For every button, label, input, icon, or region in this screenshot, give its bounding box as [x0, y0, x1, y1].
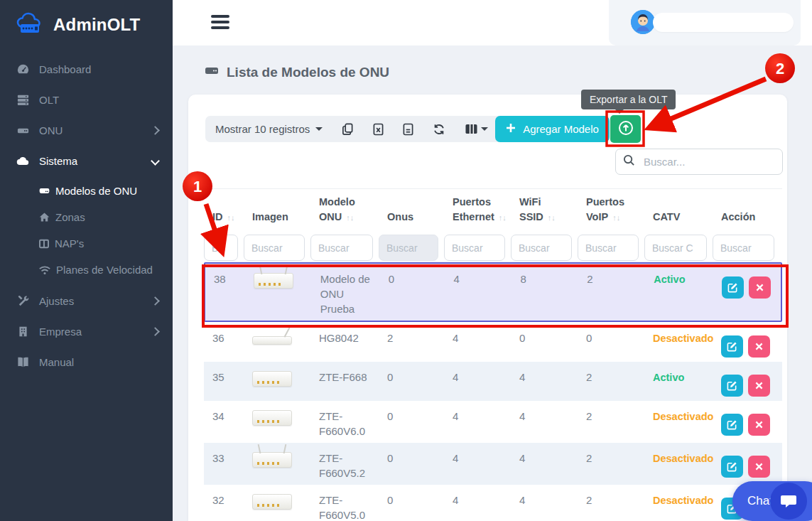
- add-model-button[interactable]: Agregar Modelo: [495, 116, 610, 142]
- chevron-right-icon: [151, 327, 160, 336]
- filter-input-puertos-voip[interactable]: [578, 235, 639, 261]
- export-to-olt-button[interactable]: [610, 115, 641, 143]
- delete-button[interactable]: [748, 456, 770, 478]
- table-row[interactable]: 34 ZTE-F660V6.0 0 4 4 2 Desactivado: [204, 401, 782, 443]
- sort-icon[interactable]: ↑↓: [346, 213, 354, 222]
- sidebar-item-onu[interactable]: ONU: [0, 115, 173, 146]
- sidebar-item-ajustes[interactable]: Ajustes: [0, 286, 173, 316]
- cell-imagen: [244, 323, 310, 349]
- cell-wifi: 4: [511, 401, 578, 428]
- filter-input-onus[interactable]: [379, 235, 438, 261]
- file-icon[interactable]: [403, 123, 413, 136]
- sidebar-item-modelos-de-onu[interactable]: Modelos de ONU: [0, 178, 173, 204]
- sidebar-item-label: Empresa: [39, 326, 82, 338]
- filter-input-accion[interactable]: [713, 235, 774, 261]
- edit-button[interactable]: [721, 414, 743, 436]
- onu-product-image: [252, 336, 292, 345]
- filter-input-imagen[interactable]: [244, 235, 305, 261]
- caret-down-icon: [481, 127, 488, 131]
- column-header-wifi-ssid[interactable]: WiFi SSID↑↓: [511, 195, 578, 230]
- table-row[interactable]: 35 ZTE-F668 0 4 4 2 Activo: [204, 362, 782, 401]
- table-header-row: ID↑↓ Imagen Modelo ONU↑↓ Onus Puertos Et…: [204, 188, 782, 230]
- columns-icon: [38, 238, 50, 249]
- onu-product-image: [252, 410, 292, 426]
- filter-input-puertos-ethernet[interactable]: [444, 235, 505, 261]
- sort-icon[interactable]: ↑↓: [612, 213, 620, 222]
- copy-icon[interactable]: [342, 123, 354, 136]
- search-input[interactable]: [642, 155, 775, 168]
- caret-down-icon: [315, 127, 323, 131]
- edit-button[interactable]: [721, 456, 743, 478]
- sidebar-item-naps[interactable]: NAP's: [0, 230, 173, 257]
- column-header-modelo-onu[interactable]: Modelo ONU↑↓: [310, 195, 379, 230]
- chat-label: Chat: [747, 494, 773, 508]
- cell-imagen: [245, 264, 312, 293]
- sidebar-item-dashboard[interactable]: Dashboard: [0, 54, 173, 85]
- sidebar-item-planes-de-velocidad[interactable]: Planes de Velocidad: [0, 257, 173, 283]
- status-badge: Desactivado: [653, 453, 713, 464]
- sidebar-item-manual[interactable]: Manual: [0, 347, 173, 377]
- excel-icon[interactable]: [373, 123, 384, 136]
- search-box[interactable]: [615, 149, 783, 175]
- column-header-puertos-voip[interactable]: Puertos VoIP↑↓: [578, 195, 644, 230]
- column-header-onus: Onus: [379, 210, 444, 230]
- show-entries-dropdown[interactable]: Mostrar 10 registros: [215, 123, 323, 135]
- delete-button[interactable]: [748, 414, 770, 436]
- columns-visibility-icon[interactable]: [465, 123, 488, 135]
- avatar[interactable]: [631, 10, 655, 34]
- hamburger-menu-icon[interactable]: [211, 15, 229, 32]
- cell-id: 34: [204, 401, 244, 428]
- edit-button[interactable]: [721, 375, 743, 397]
- brand-logo[interactable]: AdminOLT: [0, 0, 173, 48]
- filter-input-modelo-onu[interactable]: [310, 235, 373, 261]
- table-row[interactable]: 36 HG8042 2 4 0 0 Desactivado: [204, 323, 782, 362]
- cell-id: 33: [204, 443, 244, 470]
- cell-ethernet: 4: [444, 443, 511, 470]
- cell-ethernet: 4: [444, 401, 511, 428]
- delete-button[interactable]: [749, 276, 771, 299]
- refresh-icon[interactable]: [433, 123, 445, 136]
- edit-button[interactable]: [721, 335, 743, 358]
- table-toolbar: Mostrar 10 registros: [205, 116, 505, 142]
- cell-onus: 0: [379, 401, 444, 428]
- table-row[interactable]: 32 ZTE-F660V5.0 0 4 4 2 Desactivado: [204, 485, 782, 521]
- sort-icon[interactable]: ↑↓: [548, 213, 556, 222]
- delete-button[interactable]: [748, 375, 770, 397]
- sort-icon[interactable]: ↑↓: [227, 213, 235, 222]
- cell-ethernet: 4: [444, 362, 511, 389]
- column-header-puertos-ethernet[interactable]: Puertos Ethernet↑↓: [444, 195, 511, 230]
- chat-widget[interactable]: Chat: [732, 481, 812, 521]
- filter-input-id[interactable]: [204, 235, 238, 261]
- sidebar-item-olt[interactable]: OLT: [0, 85, 173, 115]
- cell-onus: 2: [379, 323, 444, 350]
- sidebar-item-sistema[interactable]: Sistema: [0, 146, 173, 176]
- onu-models-table: ID↑↓ Imagen Modelo ONU↑↓ Onus Puertos Et…: [204, 188, 782, 521]
- cell-wifi: 4: [511, 362, 578, 389]
- sistema-submenu: Modelos de ONU Zonas NAP's Planes de Vel…: [0, 176, 173, 286]
- edit-button[interactable]: [722, 276, 744, 299]
- sidebar-item-zonas[interactable]: Zonas: [0, 204, 173, 230]
- book-icon: [16, 355, 30, 370]
- page-title: Lista de Modelos de ONU: [204, 63, 389, 82]
- sidebar-item-label: Zonas: [55, 211, 85, 223]
- device-icon: [204, 63, 220, 82]
- status-badge: Activo: [653, 372, 684, 383]
- table-row[interactable]: 33 ZTE-F660V5.2 0 4 4 2 Desactivado: [204, 443, 782, 485]
- home-icon: [38, 211, 50, 223]
- sidebar-item-empresa[interactable]: Empresa: [0, 316, 173, 347]
- delete-button[interactable]: [748, 335, 770, 358]
- column-header-id[interactable]: ID↑↓: [204, 210, 244, 230]
- sidebar-item-label: Planes de Velocidad: [56, 264, 153, 276]
- cell-id: 36: [204, 323, 244, 350]
- top-header: [173, 0, 812, 45]
- cell-voip: 2: [578, 401, 644, 428]
- chat-bubble-icon[interactable]: [770, 483, 807, 520]
- table-row[interactable]: 38 Modelo de ONU Prueba 0 4 8 2 Activo: [204, 262, 782, 322]
- cell-voip: 2: [578, 264, 645, 291]
- sort-icon[interactable]: ↑↓: [499, 213, 507, 222]
- filter-input-wifi-ssid[interactable]: [511, 235, 572, 261]
- sidebar-item-label: NAP's: [55, 237, 84, 249]
- filter-input-catv[interactable]: [644, 235, 707, 261]
- cell-wifi: 0: [511, 323, 578, 350]
- user-panel[interactable]: [609, 0, 801, 45]
